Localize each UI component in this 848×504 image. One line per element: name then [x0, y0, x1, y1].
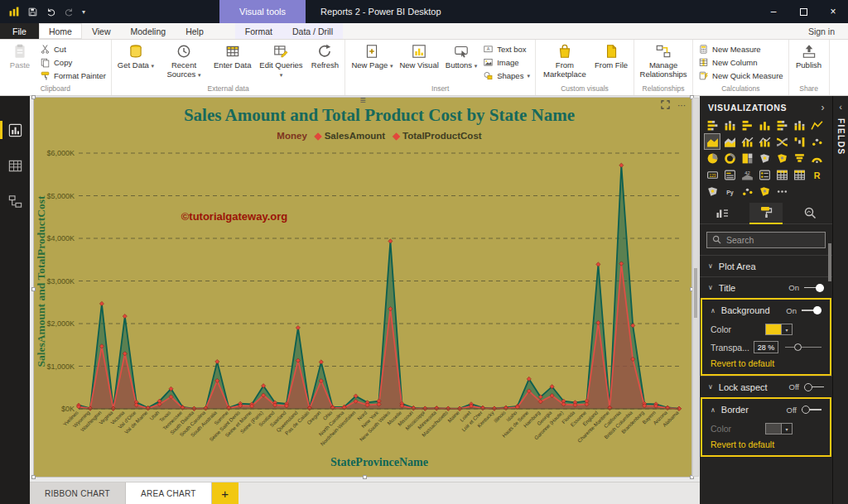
model-view-button[interactable] — [0, 192, 30, 211]
map-visual-icon[interactable] — [757, 151, 772, 166]
new-quick-measure-button[interactable]: New Quick Measure — [696, 70, 786, 82]
fields-pane-tab-icon[interactable] — [706, 204, 739, 223]
from-file-button[interactable]: From File — [591, 41, 631, 70]
copy-button[interactable]: Copy — [37, 56, 108, 69]
page-tab-ribbon-chart[interactable]: RIBBON CHART — [30, 482, 126, 504]
chevron-down-icon[interactable]: ▾ — [782, 423, 793, 434]
quick-access-dropdown-icon[interactable]: ▾ — [82, 8, 85, 16]
new-page-tab-button[interactable]: + — [212, 482, 238, 504]
tab-help[interactable]: Help — [176, 23, 214, 39]
from-marketplace-button[interactable]: From Marketplace — [538, 41, 591, 79]
data-view-button[interactable] — [0, 156, 30, 175]
stacked-bar-chart-visual-icon[interactable] — [705, 118, 720, 132]
python-visual-visual-icon[interactable]: Py — [722, 184, 737, 199]
filled-map-visual-icon[interactable] — [774, 151, 789, 166]
get-data-button[interactable]: Get Data ▾ — [114, 41, 157, 70]
sign-in-link[interactable]: Sign in — [795, 23, 848, 39]
color-swatch[interactable] — [765, 423, 782, 434]
visual-drag-handle[interactable]: ≡ — [359, 95, 365, 105]
manage-relationships-button[interactable]: Manage Relationships — [637, 41, 690, 79]
new-page-button[interactable]: New Page ▾ — [348, 41, 396, 70]
undo-icon[interactable] — [46, 7, 56, 17]
clustered-bar-chart-visual-icon[interactable] — [740, 118, 754, 132]
new-column-button[interactable]: New Column — [696, 56, 786, 69]
pane-scrollbar-thumb[interactable] — [828, 243, 831, 281]
border-toggle[interactable] — [802, 405, 822, 415]
tab-data-drill[interactable]: Data / Drill — [282, 23, 343, 39]
color-swatch[interactable] — [765, 324, 782, 335]
slicer-visual-icon[interactable] — [757, 167, 772, 182]
maximize-button[interactable] — [788, 0, 818, 23]
format-painter-button[interactable]: Format Painter — [37, 70, 108, 82]
focus-mode-icon[interactable] — [661, 100, 670, 111]
visual-tools-contextual-tab[interactable]: Visual tools — [219, 0, 306, 23]
text-box-button[interactable]: AText box — [480, 43, 532, 55]
line-and-clustered-column-chart-visual-icon[interactable] — [757, 134, 772, 149]
100-stacked-bar-chart-visual-icon[interactable] — [774, 118, 789, 132]
line-and-stacked-column-chart-visual-icon[interactable] — [740, 134, 754, 149]
lock-aspect-section-header[interactable]: ∨ Lock aspect Off — [700, 376, 832, 397]
resize-handle[interactable] — [31, 475, 36, 479]
chevron-down-icon[interactable]: ▾ — [782, 324, 793, 335]
new-visual-button[interactable]: New Visual — [396, 41, 441, 70]
table-visual-icon[interactable] — [774, 167, 789, 182]
tab-home[interactable]: Home — [39, 23, 82, 39]
stacked-column-chart-visual-icon[interactable] — [722, 118, 737, 132]
format-pane-tab-icon[interactable] — [749, 203, 783, 224]
report-view-button[interactable] — [0, 121, 30, 140]
background-section-header[interactable]: ∧ Background On — [702, 300, 830, 321]
border-section-header[interactable]: ∧ Border Off — [702, 399, 830, 420]
visual-options-icon[interactable]: ··· — [677, 101, 686, 110]
edit-queries-button[interactable]: Edit Queries ▾ — [254, 41, 307, 79]
minimize-button[interactable]: – — [759, 0, 788, 23]
line-chart-visual-icon[interactable] — [809, 118, 824, 132]
enter-data-button[interactable]: Enter Data — [210, 41, 254, 70]
clustered-column-chart-visual-icon[interactable] — [757, 118, 772, 132]
collapse-visualizations-icon[interactable]: › — [821, 102, 825, 113]
r-script-visual-visual-icon[interactable]: R — [809, 167, 824, 182]
canvas-scrollbar[interactable] — [692, 98, 699, 477]
tab-format[interactable]: Format — [235, 23, 282, 39]
border-revert-link[interactable]: Revert to default — [702, 438, 830, 455]
analytics-pane-tab-icon[interactable] — [793, 204, 826, 223]
background-color-picker[interactable]: ▾ — [765, 324, 793, 335]
key-influencers-visual-icon[interactable] — [740, 184, 754, 199]
kpi-visual-icon[interactable]: 42 — [740, 167, 754, 182]
tab-file[interactable]: File — [0, 23, 39, 39]
donut-chart-visual-icon[interactable] — [722, 151, 737, 166]
matrix-visual-icon[interactable] — [792, 167, 807, 182]
scrollbar-thumb[interactable] — [694, 268, 697, 318]
title-toggle[interactable] — [804, 283, 824, 293]
transparency-slider[interactable] — [785, 343, 822, 353]
recent-sources-button[interactable]: Recent Sources ▾ — [157, 41, 210, 79]
arcgis-map-visual-icon[interactable] — [705, 184, 720, 199]
report-canvas[interactable]: $0K$1,000K$2,000K$3,000K$4,000K$5,000K$6… — [30, 96, 700, 504]
title-section-header[interactable]: ∨ Title On — [700, 276, 832, 298]
resize-handle[interactable] — [31, 287, 36, 291]
shape-map-visual-icon[interactable] — [757, 184, 772, 199]
100-stacked-column-chart-visual-icon[interactable] — [792, 118, 807, 132]
cut-button[interactable]: Cut — [37, 43, 108, 55]
search-input[interactable] — [726, 235, 832, 245]
pie-chart-visual-icon[interactable] — [705, 151, 720, 166]
image-button[interactable]: Image — [480, 56, 532, 69]
resize-handle[interactable] — [363, 475, 367, 479]
fields-pane-collapsed[interactable]: ‹ FIELDS — [832, 96, 848, 504]
buttons-button[interactable]: Buttons ▾ — [442, 41, 480, 70]
page-tab-area-chart[interactable]: AREA CHART — [126, 482, 212, 504]
get-more-visuals-visual-icon[interactable] — [774, 184, 789, 199]
area-chart-visual[interactable]: $0K$1,000K$2,000K$3,000K$4,000K$5,000K$6… — [34, 98, 691, 477]
shapes-button[interactable]: Shapes▾ — [480, 70, 532, 82]
lock-aspect-toggle[interactable] — [804, 382, 824, 392]
resize-handle[interactable] — [31, 95, 36, 99]
card-visual-icon[interactable]: 123 — [705, 167, 720, 182]
close-button[interactable]: × — [818, 0, 848, 23]
treemap-visual-icon[interactable] — [740, 151, 754, 166]
area-chart-visual-container[interactable]: $0K$1,000K$2,000K$3,000K$4,000K$5,000K$6… — [34, 98, 691, 477]
transparency-input[interactable]: 28 % — [754, 341, 778, 353]
paste-button[interactable]: Paste — [2, 41, 37, 70]
new-measure-button[interactable]: New Measure — [696, 43, 786, 55]
stacked-area-chart-visual-icon[interactable] — [722, 134, 737, 149]
funnel-visual-icon[interactable] — [792, 151, 807, 166]
multi-row-card-visual-icon[interactable] — [722, 167, 737, 182]
